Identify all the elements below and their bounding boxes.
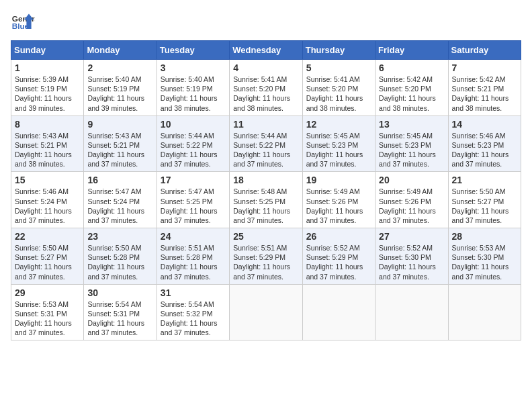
calendar-cell: 28Sunrise: 5:53 AM Sunset: 5:30 PM Dayli…	[448, 228, 521, 285]
day-number: 22	[15, 231, 80, 242]
day-info: Sunrise: 5:50 AM Sunset: 5:27 PM Dayligh…	[452, 187, 517, 225]
weekday-header: Tuesday	[157, 41, 229, 60]
calendar-cell: 30Sunrise: 5:54 AM Sunset: 5:31 PM Dayli…	[84, 284, 157, 340]
calendar-cell: 1Sunrise: 5:39 AM Sunset: 5:19 PM Daylig…	[11, 60, 84, 116]
day-info: Sunrise: 5:54 AM Sunset: 5:32 PM Dayligh…	[161, 300, 226, 338]
weekday-header: Thursday	[302, 41, 375, 60]
calendar-cell: 27Sunrise: 5:52 AM Sunset: 5:30 PM Dayli…	[375, 228, 448, 285]
day-info: Sunrise: 5:49 AM Sunset: 5:26 PM Dayligh…	[379, 187, 444, 225]
day-info: Sunrise: 5:40 AM Sunset: 5:19 PM Dayligh…	[87, 75, 152, 113]
calendar: SundayMondayTuesdayWednesdayThursdayFrid…	[11, 40, 521, 340]
calendar-cell: 8Sunrise: 5:43 AM Sunset: 5:21 PM Daylig…	[11, 116, 84, 172]
day-info: Sunrise: 5:44 AM Sunset: 5:22 PM Dayligh…	[233, 131, 298, 169]
calendar-cell: 23Sunrise: 5:50 AM Sunset: 5:28 PM Dayli…	[84, 228, 157, 285]
day-info: Sunrise: 5:47 AM Sunset: 5:24 PM Dayligh…	[87, 187, 152, 225]
calendar-cell	[448, 284, 521, 340]
day-info: Sunrise: 5:41 AM Sunset: 5:20 PM Dayligh…	[306, 75, 371, 113]
day-info: Sunrise: 5:52 AM Sunset: 5:30 PM Dayligh…	[379, 243, 444, 281]
day-info: Sunrise: 5:50 AM Sunset: 5:28 PM Dayligh…	[87, 243, 152, 281]
calendar-cell: 19Sunrise: 5:49 AM Sunset: 5:26 PM Dayli…	[302, 172, 375, 228]
day-info: Sunrise: 5:42 AM Sunset: 5:21 PM Dayligh…	[452, 75, 517, 113]
calendar-cell	[230, 284, 302, 340]
day-number: 18	[233, 175, 298, 185]
day-info: Sunrise: 5:46 AM Sunset: 5:24 PM Dayligh…	[15, 187, 80, 225]
calendar-cell: 9Sunrise: 5:43 AM Sunset: 5:21 PM Daylig…	[84, 116, 157, 172]
day-number: 26	[306, 231, 371, 242]
day-number: 6	[379, 62, 444, 73]
day-info: Sunrise: 5:50 AM Sunset: 5:27 PM Dayligh…	[15, 243, 80, 281]
calendar-cell: 17Sunrise: 5:47 AM Sunset: 5:25 PM Dayli…	[157, 172, 229, 228]
day-number: 7	[452, 62, 517, 73]
day-info: Sunrise: 5:43 AM Sunset: 5:21 PM Dayligh…	[87, 131, 152, 169]
day-info: Sunrise: 5:39 AM Sunset: 5:19 PM Dayligh…	[15, 75, 80, 113]
day-number: 30	[87, 287, 152, 298]
day-number: 1	[15, 62, 80, 73]
calendar-week-row: 8Sunrise: 5:43 AM Sunset: 5:21 PM Daylig…	[11, 116, 521, 172]
calendar-cell: 3Sunrise: 5:40 AM Sunset: 5:19 PM Daylig…	[157, 60, 229, 116]
day-info: Sunrise: 5:51 AM Sunset: 5:28 PM Dayligh…	[161, 243, 226, 281]
calendar-cell: 11Sunrise: 5:44 AM Sunset: 5:22 PM Dayli…	[230, 116, 302, 172]
calendar-cell: 22Sunrise: 5:50 AM Sunset: 5:27 PM Dayli…	[11, 228, 84, 285]
day-number: 19	[306, 175, 371, 185]
day-number: 16	[87, 175, 152, 185]
day-info: Sunrise: 5:40 AM Sunset: 5:19 PM Dayligh…	[161, 75, 226, 113]
calendar-cell: 21Sunrise: 5:50 AM Sunset: 5:27 PM Dayli…	[448, 172, 521, 228]
day-info: Sunrise: 5:53 AM Sunset: 5:31 PM Dayligh…	[15, 300, 80, 338]
calendar-cell: 4Sunrise: 5:41 AM Sunset: 5:20 PM Daylig…	[230, 60, 302, 116]
day-number: 9	[87, 119, 152, 130]
calendar-week-row: 1Sunrise: 5:39 AM Sunset: 5:19 PM Daylig…	[11, 60, 521, 116]
calendar-cell: 18Sunrise: 5:48 AM Sunset: 5:25 PM Dayli…	[230, 172, 302, 228]
day-number: 12	[306, 119, 371, 130]
day-number: 24	[161, 231, 226, 242]
day-number: 3	[161, 62, 226, 73]
day-number: 10	[161, 119, 226, 130]
calendar-header-row: SundayMondayTuesdayWednesdayThursdayFrid…	[11, 41, 521, 60]
calendar-cell: 12Sunrise: 5:45 AM Sunset: 5:23 PM Dayli…	[302, 116, 375, 172]
day-number: 4	[233, 62, 298, 73]
day-info: Sunrise: 5:51 AM Sunset: 5:29 PM Dayligh…	[233, 243, 298, 281]
day-number: 31	[161, 287, 226, 298]
day-info: Sunrise: 5:45 AM Sunset: 5:23 PM Dayligh…	[306, 131, 371, 169]
day-info: Sunrise: 5:41 AM Sunset: 5:20 PM Dayligh…	[233, 75, 298, 113]
calendar-cell: 2Sunrise: 5:40 AM Sunset: 5:19 PM Daylig…	[84, 60, 157, 116]
calendar-cell: 6Sunrise: 5:42 AM Sunset: 5:20 PM Daylig…	[375, 60, 448, 116]
day-number: 23	[87, 231, 152, 242]
day-number: 8	[15, 119, 80, 130]
day-info: Sunrise: 5:43 AM Sunset: 5:21 PM Dayligh…	[15, 131, 80, 169]
calendar-cell	[375, 284, 448, 340]
calendar-cell: 15Sunrise: 5:46 AM Sunset: 5:24 PM Dayli…	[11, 172, 84, 228]
calendar-cell: 10Sunrise: 5:44 AM Sunset: 5:22 PM Dayli…	[157, 116, 229, 172]
day-number: 5	[306, 62, 371, 73]
day-number: 21	[452, 175, 517, 185]
calendar-cell: 20Sunrise: 5:49 AM Sunset: 5:26 PM Dayli…	[375, 172, 448, 228]
calendar-cell: 26Sunrise: 5:52 AM Sunset: 5:29 PM Dayli…	[302, 228, 375, 285]
logo: General Blue	[11, 11, 35, 35]
calendar-body: 1Sunrise: 5:39 AM Sunset: 5:19 PM Daylig…	[11, 60, 521, 340]
day-number: 28	[452, 231, 517, 242]
day-info: Sunrise: 5:42 AM Sunset: 5:20 PM Dayligh…	[379, 75, 444, 113]
day-info: Sunrise: 5:46 AM Sunset: 5:23 PM Dayligh…	[452, 131, 517, 169]
logo-icon: General Blue	[11, 11, 35, 35]
day-info: Sunrise: 5:52 AM Sunset: 5:29 PM Dayligh…	[306, 243, 371, 281]
day-number: 13	[379, 119, 444, 130]
day-info: Sunrise: 5:47 AM Sunset: 5:25 PM Dayligh…	[161, 187, 226, 225]
weekday-header: Friday	[375, 41, 448, 60]
calendar-week-row: 29Sunrise: 5:53 AM Sunset: 5:31 PM Dayli…	[11, 284, 521, 340]
calendar-cell: 16Sunrise: 5:47 AM Sunset: 5:24 PM Dayli…	[84, 172, 157, 228]
day-info: Sunrise: 5:48 AM Sunset: 5:25 PM Dayligh…	[233, 187, 298, 225]
calendar-cell: 13Sunrise: 5:45 AM Sunset: 5:23 PM Dayli…	[375, 116, 448, 172]
day-number: 29	[15, 287, 80, 298]
calendar-cell: 29Sunrise: 5:53 AM Sunset: 5:31 PM Dayli…	[11, 284, 84, 340]
day-number: 20	[379, 175, 444, 185]
day-info: Sunrise: 5:45 AM Sunset: 5:23 PM Dayligh…	[379, 131, 444, 169]
weekday-header: Saturday	[448, 41, 521, 60]
day-info: Sunrise: 5:54 AM Sunset: 5:31 PM Dayligh…	[87, 300, 152, 338]
day-number: 27	[379, 231, 444, 242]
calendar-cell: 7Sunrise: 5:42 AM Sunset: 5:21 PM Daylig…	[448, 60, 521, 116]
calendar-cell: 31Sunrise: 5:54 AM Sunset: 5:32 PM Dayli…	[157, 284, 229, 340]
weekday-header: Sunday	[11, 41, 84, 60]
day-number: 15	[15, 175, 80, 185]
calendar-week-row: 22Sunrise: 5:50 AM Sunset: 5:27 PM Dayli…	[11, 228, 521, 285]
day-number: 25	[233, 231, 298, 242]
calendar-cell: 5Sunrise: 5:41 AM Sunset: 5:20 PM Daylig…	[302, 60, 375, 116]
